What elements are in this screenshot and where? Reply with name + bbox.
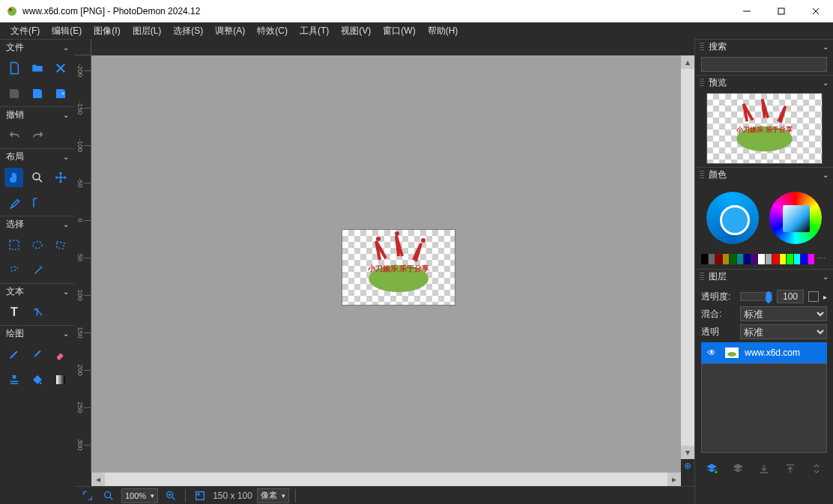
alpha-select[interactable]: 标准	[740, 324, 827, 339]
text-path-tool[interactable]	[28, 303, 48, 322]
scroll-down-button[interactable]: ▾	[681, 446, 694, 459]
opacity-reset-icon[interactable]	[808, 291, 819, 302]
menu-窗口(W)[interactable]: 窗口(W)	[377, 23, 421, 39]
color-picker-tool[interactable]	[4, 193, 24, 213]
fill-tool[interactable]	[28, 370, 46, 389]
vertical-scrollbar[interactable]: ▴ ▾ ⊕	[681, 55, 694, 473]
redo-button[interactable]	[28, 126, 48, 145]
unit-combo[interactable]: 像素▾	[257, 488, 289, 503]
scroll-left-button[interactable]: ◂	[91, 473, 105, 486]
export-button[interactable]	[52, 84, 70, 103]
swatch[interactable]	[730, 254, 736, 264]
color-wheel-shade[interactable]	[706, 192, 759, 244]
close-file-button[interactable]	[52, 58, 70, 78]
opacity-value[interactable]: 100	[777, 290, 804, 303]
save-as-button[interactable]	[28, 84, 46, 103]
menu-选择(S)[interactable]: 选择(S)	[167, 23, 209, 39]
swatch[interactable]	[787, 254, 793, 264]
wand-select-tool[interactable]	[28, 261, 48, 280]
ellipse-select-tool[interactable]	[28, 235, 46, 255]
swatch[interactable]	[744, 254, 751, 264]
undo-button[interactable]	[4, 126, 24, 145]
swatch[interactable]	[737, 254, 744, 264]
scroll-right-button[interactable]: ▸	[667, 473, 681, 486]
draw-section-header[interactable]: 绘图⌄	[0, 325, 75, 341]
menu-工具(T)[interactable]: 工具(T)	[294, 23, 335, 39]
swatch[interactable]	[758, 254, 765, 264]
save-button[interactable]	[4, 84, 23, 103]
layers-panel-header[interactable]: 图层⌄	[695, 269, 833, 284]
opacity-slider[interactable]	[740, 292, 772, 301]
swatch[interactable]	[772, 254, 779, 264]
minimize-button[interactable]	[730, 0, 764, 22]
layer-item[interactable]: 👁 www.x6d.com	[701, 342, 827, 363]
swatch[interactable]	[751, 254, 758, 264]
measure-tool[interactable]	[28, 193, 48, 213]
stamp-tool[interactable]	[4, 370, 23, 389]
lasso-select-tool[interactable]	[4, 261, 24, 280]
menu-图像(I)[interactable]: 图像(I)	[88, 23, 126, 39]
move-tool[interactable]	[52, 168, 70, 187]
hand-tool[interactable]	[4, 168, 23, 187]
new-file-button[interactable]	[4, 58, 23, 78]
blend-select[interactable]: 标准	[740, 306, 827, 321]
zoom-actual-button[interactable]	[100, 488, 117, 503]
file-section-header[interactable]: 文件⌄	[0, 39, 75, 55]
zoom-in-button[interactable]	[163, 488, 179, 503]
swatch[interactable]	[801, 254, 808, 264]
visibility-icon[interactable]: 👁	[707, 347, 719, 358]
canvas-image[interactable]: 小刀娱乐 乐于分享	[342, 230, 455, 305]
hscroll-track[interactable]	[105, 473, 667, 486]
autoscroll-icon[interactable]: ⊕	[681, 459, 694, 473]
search-panel-header[interactable]: 搜索⌄	[695, 39, 833, 54]
select-section-header[interactable]: 选择⌄	[0, 216, 75, 232]
scroll-up-button[interactable]: ▴	[681, 55, 694, 69]
more-swatches[interactable]: ⋯	[815, 254, 827, 264]
add-layer-button[interactable]	[703, 461, 720, 477]
text-section-header[interactable]: 文本⌄	[0, 283, 75, 300]
swatch[interactable]	[723, 254, 730, 264]
gradient-tool[interactable]	[52, 370, 70, 389]
swatch[interactable]	[808, 254, 815, 264]
menu-特效(C)[interactable]: 特效(C)	[251, 23, 294, 39]
poly-select-tool[interactable]	[52, 235, 70, 255]
maximize-button[interactable]	[764, 0, 799, 22]
merge-down-button[interactable]	[756, 461, 772, 477]
brush-tool[interactable]	[28, 344, 46, 364]
menu-调整(A)[interactable]: 调整(A)	[209, 23, 251, 39]
eraser-tool[interactable]	[52, 344, 70, 364]
close-button[interactable]	[799, 0, 833, 22]
text-tool[interactable]: T	[4, 303, 24, 322]
layer-up-button[interactable]	[782, 461, 799, 477]
menu-视图(V)[interactable]: 视图(V)	[335, 23, 377, 39]
layout-section-header[interactable]: 布局⌄	[0, 148, 75, 165]
color-wheel-hue[interactable]	[769, 192, 822, 244]
opacity-menu-icon[interactable]: ▸	[823, 293, 827, 301]
horizontal-scrollbar[interactable]: ◂ ▸	[91, 473, 681, 486]
delete-layer-button[interactable]	[730, 461, 746, 477]
zoom-combo[interactable]: 100%▾	[121, 488, 158, 503]
vscroll-track[interactable]	[681, 69, 694, 446]
undo-section-header[interactable]: 撤销⌄	[0, 106, 75, 123]
menu-帮助(H)[interactable]: 帮助(H)	[422, 23, 464, 39]
pencil-tool[interactable]	[4, 344, 23, 364]
search-input[interactable]	[701, 57, 827, 72]
swatch[interactable]	[709, 254, 715, 264]
rect-select-tool[interactable]	[4, 235, 23, 255]
swatch[interactable]	[715, 254, 722, 264]
zoom-tool[interactable]	[28, 168, 46, 187]
color-panel-header[interactable]: 颜色⌄	[695, 167, 833, 182]
fit-screen-button[interactable]	[79, 488, 96, 503]
swatch[interactable]	[701, 254, 708, 264]
open-file-button[interactable]	[28, 58, 46, 78]
preview-thumbnail[interactable]: 小刀娱乐 乐于分享	[706, 93, 823, 164]
swatch[interactable]	[766, 254, 772, 264]
menu-文件(F)[interactable]: 文件(F)	[4, 23, 46, 39]
layer-down-button[interactable]	[808, 461, 825, 477]
swatch[interactable]	[780, 254, 787, 264]
viewport[interactable]: 小刀娱乐 乐于分享	[91, 55, 681, 473]
menu-编辑(E)[interactable]: 编辑(E)	[46, 23, 88, 39]
menu-图层(L)[interactable]: 图层(L)	[127, 23, 168, 39]
preview-panel-header[interactable]: 预览⌄	[695, 75, 833, 90]
swatch[interactable]	[794, 254, 801, 264]
